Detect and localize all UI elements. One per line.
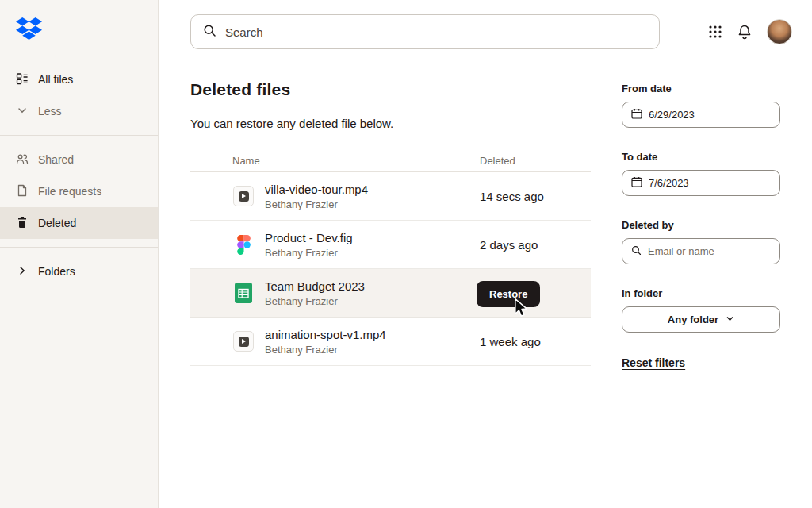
table-header: Name Deleted [190,150,591,172]
dropbox-app-window: All files Less Shared [0,0,812,508]
file-meta: animation-spot-v1.mp4 Bethany Frazier [265,328,386,356]
column-header-deleted: Deleted [480,155,515,167]
topbar-actions [708,19,792,44]
sidebar-item-label: All files [38,73,73,86]
sidebar-item-less[interactable]: Less [0,95,158,127]
to-date-label: To date [622,151,780,163]
sidebar-item-shared[interactable]: Shared [0,144,158,175]
folder-dropdown-value: Any folder [668,314,718,325]
deleted-time: 14 secs ago [480,190,544,203]
deleted-time: 2 days ago [480,238,538,252]
file-owner: Bethany Frazier [265,295,365,307]
restore-button[interactable]: Restore [477,281,540,307]
sidebar-item-label: Shared [38,153,74,166]
table-row[interactable]: villa-video-tour.mp4 Bethany Frazier 14 … [190,172,591,221]
search-bar [190,14,660,49]
file-meta: Team Budget 2023 Bethany Frazier [265,279,365,307]
deleted-by-group: Deleted by [622,219,780,264]
in-folder-group: In folder Any folder [622,287,780,333]
from-date-field [622,102,780,128]
file-meta: Product - Dev.fig Bethany Frazier [265,231,353,259]
sidebar-item-all-files[interactable]: All files [0,64,158,95]
file-meta: villa-video-tour.mp4 Bethany Frazier [265,183,368,210]
sidebar: All files Less Shared [0,0,159,508]
sidebar-nav: All files Less Shared [0,64,158,287]
file-name: villa-video-tour.mp4 [265,183,368,196]
deleted-by-label: Deleted by [622,219,780,231]
sidebar-item-label: Less [38,105,62,117]
deleted-by-field [622,238,780,264]
search-icon [203,24,216,40]
to-date-input[interactable] [649,177,771,189]
sidebar-item-label: Deleted [38,217,76,229]
search-icon [631,244,642,259]
notifications-bell-icon[interactable] [737,24,753,40]
to-date-field [622,170,780,196]
trash-icon [16,216,29,231]
file-owner: Bethany Frazier [265,344,386,356]
file-name: Team Budget 2023 [265,279,365,293]
figma-file-icon [232,235,255,255]
deleted-by-input[interactable] [648,245,771,257]
table-row[interactable]: animation-spot-v1.mp4 Bethany Frazier 1 … [190,318,591,366]
sidebar-divider [0,247,158,248]
calendar-icon [631,176,642,190]
user-avatar[interactable] [767,19,792,44]
page-title: Deleted files [190,80,290,99]
sidebar-item-label: File requests [38,185,102,198]
reset-filters-link[interactable]: Reset filters [622,356,685,369]
deleted-files-table: Name Deleted villa-video-tour.mp4 Bethan… [190,150,591,366]
filters-panel: From date To date [622,83,780,370]
sidebar-item-deleted[interactable]: Deleted [0,207,158,239]
file-owner: Bethany Frazier [265,198,368,210]
apps-grid-icon[interactable] [708,25,722,39]
to-date-group: To date [622,151,780,196]
from-date-input[interactable] [649,109,771,121]
spreadsheet-file-icon [232,283,255,303]
page-subtitle: You can restore any deleted file below. [190,117,393,130]
from-date-group: From date [622,83,780,128]
from-date-label: From date [622,83,780,94]
all-files-icon [16,72,29,87]
chevron-down-icon [16,104,29,119]
file-name: Product - Dev.fig [265,231,353,244]
sidebar-item-label: Folders [38,265,75,278]
chevron-down-icon [726,314,734,325]
file-name: animation-spot-v1.mp4 [265,328,386,341]
file-icon [16,184,29,199]
chevron-right-icon [16,264,29,279]
table-row[interactable]: Product - Dev.fig Bethany Frazier 2 days… [190,221,591,269]
sidebar-item-file-requests[interactable]: File requests [0,175,158,207]
table-row-hovered[interactable]: Team Budget 2023 Bethany Frazier Restore [190,269,591,318]
sidebar-item-folders[interactable]: Folders [0,256,158,287]
deleted-time: 1 week ago [480,335,541,348]
calendar-icon [631,108,642,122]
file-owner: Bethany Frazier [265,247,353,259]
search-input[interactable] [225,25,647,39]
video-file-icon [232,186,255,206]
folder-dropdown[interactable]: Any folder [622,306,780,333]
people-icon [16,152,29,167]
video-file-icon [232,331,255,352]
sidebar-divider [0,135,158,136]
dropbox-logo-icon[interactable] [16,17,42,40]
column-header-name: Name [190,155,260,167]
in-folder-label: In folder [622,287,780,299]
